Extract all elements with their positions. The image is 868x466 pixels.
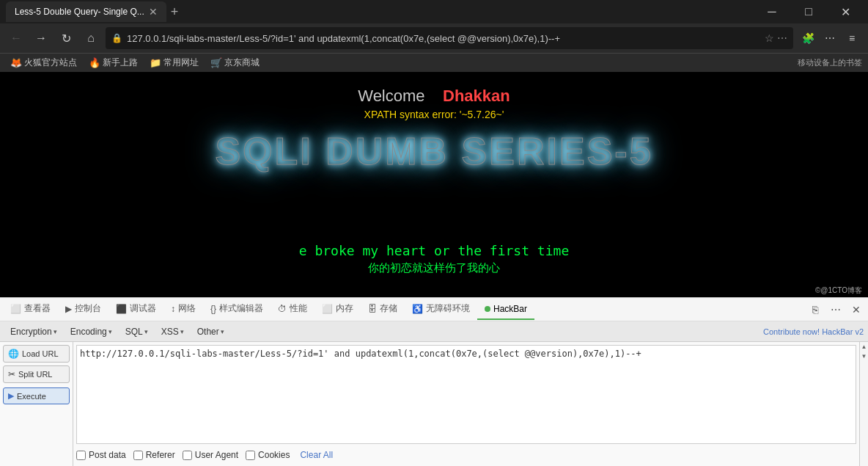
referer-input[interactable] <box>133 451 143 460</box>
post-data-checkbox[interactable]: Post data <box>76 450 126 460</box>
address-bar[interactable]: 🔒 127.0.0.1/sqli-labs-master/Less-5/?id=… <box>106 27 793 49</box>
bookmark-star-icon[interactable]: ☆ <box>765 32 774 44</box>
bookmark-newbie[interactable]: 🔥 新手上路 <box>84 55 142 70</box>
forward-button[interactable]: → <box>31 28 51 48</box>
referer-checkbox[interactable]: Referer <box>133 450 175 460</box>
user-agent-input[interactable] <box>183 451 192 460</box>
jd-icon: 🛒 <box>210 57 222 68</box>
hackbar-menu-encryption[interactable]: Encryption ▾ <box>4 324 63 339</box>
devtools-tab-inspector[interactable]: ⬜ 查看器 <box>3 298 58 321</box>
active-tab[interactable]: Less-5 Double Query- Single Q... ✕ <box>6 1 166 22</box>
menu-icon[interactable]: ⋯ <box>820 28 840 48</box>
devtools-panel: ⬜ 查看器 ▶ 控制台 ⬛ 调试器 ↕ 网络 {} 样式编辑器 <box>0 297 868 466</box>
devtools-dock-icon[interactable]: ⎘ <box>806 301 824 318</box>
bookmark-firefox[interactable]: 🦊 火狐官方站点 <box>6 55 81 70</box>
devtools-more-icon[interactable]: ⋯ <box>827 301 845 318</box>
memory-icon: ⬜ <box>322 304 333 314</box>
address-menu-icon[interactable]: ⋯ <box>777 32 787 44</box>
browser-menu-icon[interactable]: ≡ <box>842 28 862 48</box>
home-button[interactable]: ⌂ <box>81 28 101 48</box>
bookmark-label: 京东商城 <box>224 57 260 69</box>
watermark: ©@1CTO博客 <box>815 285 862 296</box>
username-text: Dhakkan <box>443 87 510 105</box>
close-button[interactable]: ✕ <box>828 0 862 23</box>
post-data-input[interactable] <box>76 451 86 460</box>
hackbar-toolbar: Encryption ▾ Encoding ▾ SQL ▾ XSS ▾ <box>0 321 868 342</box>
bookmark-jd[interactable]: 🛒 京东商城 <box>206 55 264 70</box>
post-data-label: Post data <box>89 450 126 460</box>
xpath-error: XPATH syntax error: '~5.7.26~' <box>358 109 510 120</box>
tab-bar: Less-5 Double Query- Single Q... ✕ + <box>6 1 749 22</box>
storage-icon: 🗄 <box>368 304 377 314</box>
scrolling-line2: 你的初恋就这样伤了我的心 <box>0 261 868 275</box>
navigation-bar: ← → ↻ ⌂ 🔒 127.0.0.1/sqli-labs-master/Les… <box>0 23 868 53</box>
sqli-title-wrapper: SQLI DUMB SERIES-5 <box>215 120 652 173</box>
minimize-button[interactable]: ─ <box>755 0 789 23</box>
sqli-title: SQLI DUMB SERIES-5 <box>215 129 652 173</box>
load-url-icon: 🌐 <box>8 349 19 359</box>
hackbar-scrollbar[interactable]: ▲ ▼ <box>859 342 868 466</box>
devtools-tab-style-editor[interactable]: {} 样式编辑器 <box>203 298 271 321</box>
devtools-close-icon[interactable]: ✕ <box>847 301 865 318</box>
bookmark-common[interactable]: 📁 常用网址 <box>145 55 203 70</box>
tab-title: Less-5 Double Query- Single Q... <box>15 7 144 17</box>
execute-button[interactable]: ▶ Execute <box>3 387 70 404</box>
address-actions: ☆ ⋯ <box>765 32 787 44</box>
other-arrow-icon: ▾ <box>221 328 224 335</box>
hackbar-menu-sql[interactable]: SQL ▾ <box>119 324 154 339</box>
browser-toolbar-icons: 🧩 ⋯ ≡ <box>798 28 862 48</box>
devtools-tab-console[interactable]: ▶ 控制台 <box>58 298 108 321</box>
console-icon: ▶ <box>65 304 72 314</box>
split-url-button[interactable]: ✂ Split URL <box>3 365 70 383</box>
load-url-button[interactable]: 🌐 Load URL <box>3 345 70 363</box>
hackbar-menu-encoding[interactable]: Encoding ▾ <box>65 324 118 339</box>
hackbar-body: 🌐 Load URL ✂ Split URL ▶ Execute <box>0 342 868 466</box>
url-input[interactable] <box>76 345 856 444</box>
accessibility-icon: ♿ <box>412 304 423 314</box>
debugger-icon: ⬛ <box>116 304 127 314</box>
mobile-bookmarks[interactable]: 移动设备上的书签 <box>798 57 862 68</box>
firefox-icon: 🦊 <box>10 57 22 68</box>
performance-icon: ⏱ <box>278 304 287 314</box>
devtools-tab-hackbar[interactable]: HackBar <box>477 299 534 320</box>
user-agent-label: User Agent <box>195 450 238 460</box>
bookmarks-bar: 🦊 火狐官方站点 🔥 新手上路 📁 常用网址 🛒 京东商城 移动设备上的书签 <box>0 53 868 72</box>
new-tab-button[interactable]: + <box>166 3 183 21</box>
other-label: Other <box>197 327 219 337</box>
back-button[interactable]: ← <box>6 28 26 48</box>
window-controls: ─ □ ✕ <box>755 0 862 23</box>
hackbar-center: Post data Referer User Agent <box>73 342 859 466</box>
referer-label: Referer <box>146 450 175 460</box>
execute-icon: ▶ <box>8 391 14 401</box>
devtools-tab-accessibility[interactable]: ♿ 无障碍环境 <box>405 298 477 321</box>
scrollbar-up-button[interactable]: ▲ <box>860 342 868 351</box>
title-bar: Less-5 Double Query- Single Q... ✕ + ─ □… <box>0 0 868 23</box>
devtools-tab-memory[interactable]: ⬜ 内存 <box>315 298 361 321</box>
hackbar-menu-xss[interactable]: XSS ▾ <box>155 324 190 339</box>
maximize-button[interactable]: □ <box>792 0 825 23</box>
scrollbar-down-button[interactable]: ▼ <box>860 352 868 360</box>
sql-arrow-icon: ▾ <box>144 328 148 335</box>
cookies-input[interactable] <box>246 451 255 460</box>
clear-all-button[interactable]: Clear All <box>300 450 333 460</box>
network-icon: ↕ <box>171 304 175 314</box>
welcome-text: Welcome Dhakkan <box>358 87 510 105</box>
scrolling-line1: e broke my heart or the first time <box>0 243 868 258</box>
reload-button[interactable]: ↻ <box>56 28 76 48</box>
devtools-tab-storage[interactable]: 🗄 存储 <box>361 298 405 321</box>
devtools-tab-performance[interactable]: ⏱ 性能 <box>271 298 315 321</box>
website-content: Welcome Dhakkan XPATH syntax error: '~5.… <box>0 72 868 297</box>
encryption-arrow-icon: ▾ <box>54 328 57 335</box>
load-url-label: Load URL <box>22 349 59 358</box>
inspector-icon: ⬜ <box>10 304 21 314</box>
cookies-label: Cookies <box>258 450 290 460</box>
user-agent-checkbox[interactable]: User Agent <box>183 450 238 460</box>
tab-close-button[interactable]: ✕ <box>149 6 158 18</box>
extensions-icon[interactable]: 🧩 <box>798 28 818 48</box>
hackbar-menu-other[interactable]: Other ▾ <box>191 324 230 339</box>
split-url-label: Split URL <box>18 370 52 379</box>
devtools-tab-network[interactable]: ↕ 网络 <box>163 298 203 321</box>
devtools-tab-debugger[interactable]: ⬛ 调试器 <box>108 298 163 321</box>
cookies-checkbox[interactable]: Cookies <box>246 450 290 460</box>
encoding-arrow-icon: ▾ <box>108 328 112 335</box>
